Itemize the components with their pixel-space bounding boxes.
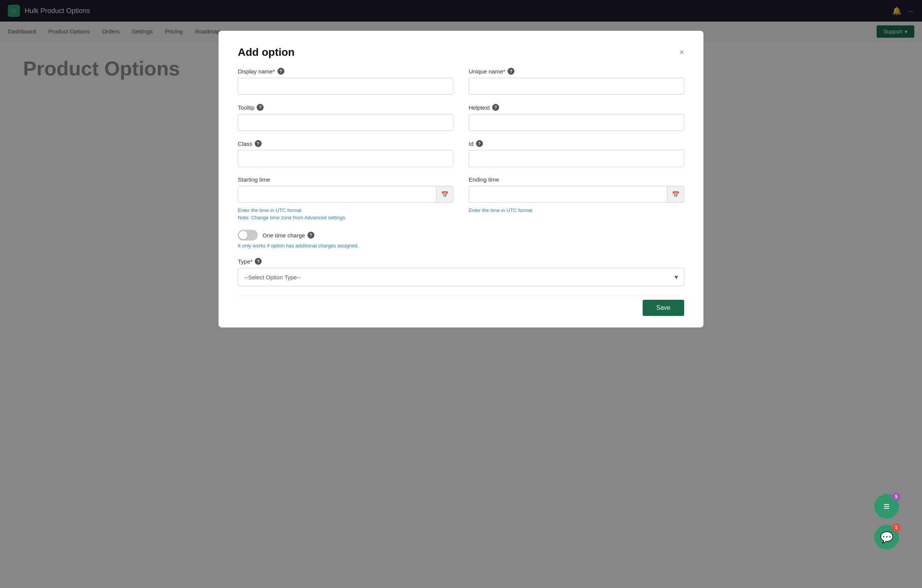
starting-time-input[interactable] bbox=[238, 186, 436, 202]
modal-header: Add option × bbox=[238, 46, 684, 58]
one-time-charge-toggle[interactable] bbox=[238, 230, 258, 241]
starting-time-note: Note: Change time zone from Advanced set… bbox=[238, 215, 453, 220]
id-label: Id ? bbox=[469, 140, 684, 147]
chat-widget-1[interactable]: ≡ 5 bbox=[874, 494, 899, 519]
type-select[interactable]: --Select Option Type-- Text Number Check… bbox=[238, 268, 684, 286]
class-help-icon[interactable]: ? bbox=[255, 140, 262, 147]
class-group: Class ? bbox=[238, 140, 453, 167]
helptext-label: Helptext ? bbox=[469, 104, 684, 111]
starting-time-calendar-btn[interactable]: 📅 bbox=[436, 186, 453, 202]
unique-name-input[interactable] bbox=[469, 78, 684, 95]
unique-name-group: Unique name* ? bbox=[469, 68, 684, 95]
id-group: Id ? bbox=[469, 140, 684, 167]
form-grid: Display name* ? Unique name* ? Tooltip ? bbox=[238, 68, 684, 220]
unique-name-label: Unique name* ? bbox=[469, 68, 684, 75]
type-label: Type* ? bbox=[238, 258, 684, 265]
modal-title: Add option bbox=[238, 46, 295, 58]
helptext-help-icon[interactable]: ? bbox=[492, 104, 499, 111]
tooltip-group: Tooltip ? bbox=[238, 104, 453, 131]
class-input[interactable] bbox=[238, 150, 453, 167]
save-button[interactable]: Save bbox=[643, 300, 684, 316]
tooltip-input[interactable] bbox=[238, 114, 453, 131]
chat-widget-2-icon: 💬 bbox=[880, 531, 894, 544]
helptext-input[interactable] bbox=[469, 114, 684, 131]
ending-time-label: Ending time bbox=[469, 176, 684, 183]
starting-time-hint: Enter the time in UTC format bbox=[238, 207, 453, 213]
type-select-wrapper: --Select Option Type-- Text Number Check… bbox=[238, 268, 684, 286]
starting-time-label: Starting time bbox=[238, 176, 453, 183]
type-help-icon[interactable]: ? bbox=[255, 258, 262, 265]
ending-time-calendar-btn[interactable]: 📅 bbox=[667, 186, 684, 202]
one-time-charge-helper: It only works if option has additional c… bbox=[238, 243, 684, 249]
starting-time-hints: Enter the time in UTC format Note: Chang… bbox=[238, 206, 453, 220]
chat-widget-2[interactable]: 💬 1 bbox=[874, 525, 899, 550]
chat-badge-2: 1 bbox=[892, 523, 900, 532]
one-time-charge-label: One time charge ? bbox=[262, 232, 314, 239]
display-name-label: Display name* ? bbox=[238, 68, 453, 75]
starting-time-group: Starting time 📅 Enter the time in UTC fo… bbox=[238, 176, 453, 220]
one-time-charge-section: One time charge ? It only works if optio… bbox=[238, 230, 684, 249]
modal-footer: Save bbox=[238, 296, 684, 316]
toggle-knob bbox=[239, 231, 247, 239]
unique-name-help-icon[interactable]: ? bbox=[508, 68, 514, 75]
class-label: Class ? bbox=[238, 140, 453, 147]
calendar-icon-2: 📅 bbox=[672, 191, 680, 198]
helptext-group: Helptext ? bbox=[469, 104, 684, 131]
ending-time-wrapper: 📅 bbox=[469, 186, 684, 203]
display-name-input[interactable] bbox=[238, 78, 453, 95]
display-name-help-icon[interactable]: ? bbox=[277, 68, 284, 75]
ending-time-hints: Enter the time in UTC format bbox=[469, 206, 684, 213]
one-time-charge-help-icon[interactable]: ? bbox=[307, 232, 314, 239]
ending-time-hint: Enter the time in UTC format bbox=[469, 207, 684, 213]
id-input[interactable] bbox=[469, 150, 684, 167]
toggle-row: One time charge ? bbox=[238, 230, 684, 241]
close-button[interactable]: × bbox=[679, 48, 684, 57]
tooltip-label: Tooltip ? bbox=[238, 104, 453, 111]
calendar-icon: 📅 bbox=[441, 191, 449, 198]
modal-overlay: Add option × Display name* ? Unique name… bbox=[0, 0, 922, 588]
ending-time-input[interactable] bbox=[469, 186, 667, 202]
id-help-icon[interactable]: ? bbox=[476, 140, 483, 147]
tooltip-help-icon[interactable]: ? bbox=[257, 104, 264, 111]
chat-widget-1-icon: ≡ bbox=[884, 500, 890, 513]
type-section: Type* ? --Select Option Type-- Text Numb… bbox=[238, 258, 684, 286]
chat-badge-1: 5 bbox=[892, 493, 900, 501]
starting-time-wrapper: 📅 bbox=[238, 186, 453, 203]
display-name-group: Display name* ? bbox=[238, 68, 453, 95]
add-option-modal: Add option × Display name* ? Unique name… bbox=[219, 31, 703, 327]
ending-time-group: Ending time 📅 Enter the time in UTC form… bbox=[469, 176, 684, 220]
